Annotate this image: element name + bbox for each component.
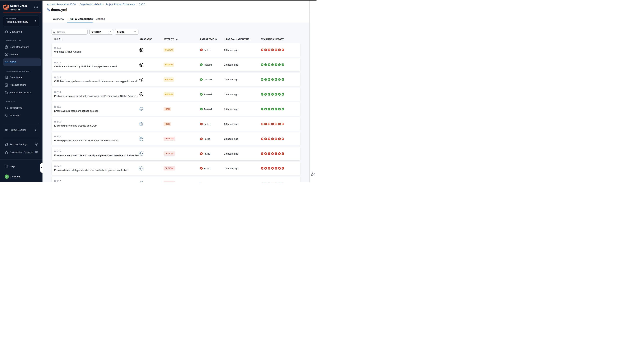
svg-text:?: ? — [6, 165, 6, 167]
